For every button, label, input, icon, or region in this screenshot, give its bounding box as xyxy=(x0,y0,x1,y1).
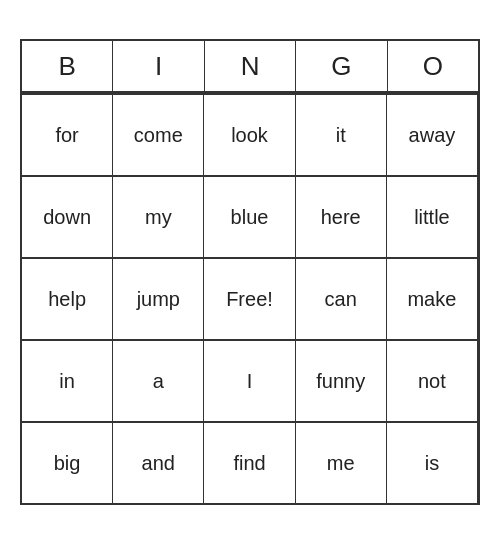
cell-r4-c5: not xyxy=(387,341,478,421)
cell-r3-c1: help xyxy=(22,259,113,339)
cell-r2-c3: blue xyxy=(204,177,295,257)
bingo-card: BINGO forcomelookitawaydownmyblueherelit… xyxy=(20,39,480,505)
header-cell-o: O xyxy=(388,41,478,93)
cell-r2-c5: little xyxy=(387,177,478,257)
cell-r4-c2: a xyxy=(113,341,204,421)
cell-r1-c1: for xyxy=(22,95,113,175)
row-1: forcomelookitaway xyxy=(22,95,478,177)
cell-r3-c2: jump xyxy=(113,259,204,339)
cell-r5-c3: find xyxy=(204,423,295,503)
cell-r4-c1: in xyxy=(22,341,113,421)
header-cell-i: I xyxy=(113,41,204,93)
header-cell-n: N xyxy=(205,41,296,93)
cell-r5-c1: big xyxy=(22,423,113,503)
row-3: helpjumpFree!canmake xyxy=(22,259,478,341)
cell-r1-c4: it xyxy=(296,95,387,175)
row-5: bigandfindmeis xyxy=(22,423,478,503)
cell-r4-c4: funny xyxy=(296,341,387,421)
cell-r2-c4: here xyxy=(296,177,387,257)
cell-r3-c5: make xyxy=(387,259,478,339)
cell-r2-c2: my xyxy=(113,177,204,257)
cell-r5-c4: me xyxy=(296,423,387,503)
header-cell-g: G xyxy=(296,41,387,93)
cell-r3-c3: Free! xyxy=(204,259,295,339)
cell-r2-c1: down xyxy=(22,177,113,257)
cell-r5-c5: is xyxy=(387,423,478,503)
row-4: inaIfunnynot xyxy=(22,341,478,423)
cell-r4-c3: I xyxy=(204,341,295,421)
row-2: downmyblueherelittle xyxy=(22,177,478,259)
cell-r1-c2: come xyxy=(113,95,204,175)
header-row: BINGO xyxy=(22,41,478,95)
cell-r5-c2: and xyxy=(113,423,204,503)
header-cell-b: B xyxy=(22,41,113,93)
cell-r1-c3: look xyxy=(204,95,295,175)
cell-r1-c5: away xyxy=(387,95,478,175)
cell-r3-c4: can xyxy=(296,259,387,339)
